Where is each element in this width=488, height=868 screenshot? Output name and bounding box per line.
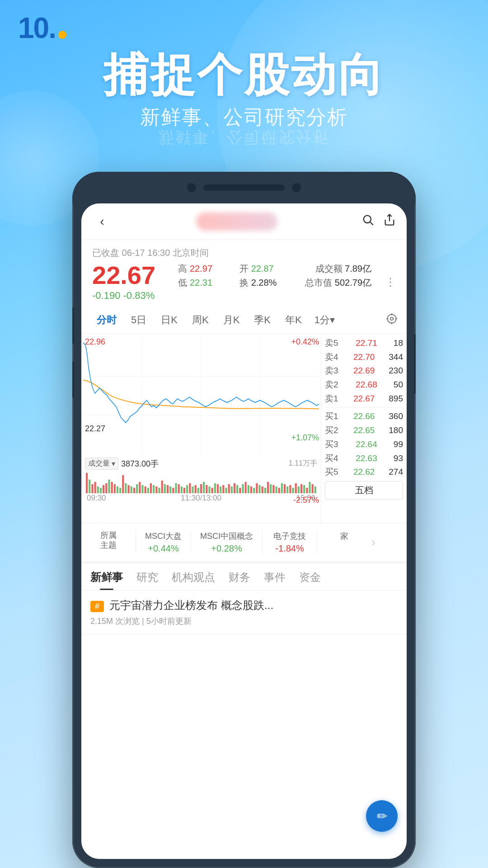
theme-label-msci大盘: MSCI大盘	[145, 531, 182, 542]
svg-rect-28	[125, 483, 127, 493]
side-button-left-1	[72, 307, 74, 344]
theme-more-arrow: ›	[371, 535, 375, 549]
news-tab-研究[interactable]: 研究	[136, 570, 158, 590]
theme-item-电子竞技[interactable]: 电子竞技 -1.84%	[272, 531, 308, 554]
svg-rect-89	[295, 483, 297, 493]
stock-change: -0.190 -0.83%	[92, 290, 164, 302]
svg-rect-41	[161, 481, 163, 493]
svg-rect-44	[169, 486, 171, 493]
svg-rect-83	[278, 488, 280, 493]
header-title-area	[112, 212, 361, 231]
theme-label-家: 家	[340, 531, 348, 542]
open-label: 开	[239, 263, 249, 275]
volume-unit: 1.11万手	[289, 459, 317, 468]
theme-item-msci大盘[interactable]: MSCI大盘 +0.44%	[145, 531, 182, 554]
svg-rect-37	[150, 483, 152, 493]
tab-月K[interactable]: 月K	[217, 311, 246, 330]
svg-rect-15	[89, 480, 90, 493]
svg-rect-65	[228, 484, 230, 493]
sell2-label: 卖2	[325, 379, 339, 391]
volume-bars-svg	[85, 471, 317, 493]
turnover-label: 换	[239, 277, 249, 289]
brand-period: .	[48, 14, 56, 42]
fab-button[interactable]: ✏	[366, 800, 398, 832]
stock-price-area: 22.67 -0.190 -0.83%	[92, 263, 164, 302]
search-icon[interactable]	[361, 213, 374, 229]
share-icon[interactable]	[383, 213, 396, 229]
order-buy-5: 买5 22.62 274	[325, 465, 403, 479]
five-档-button[interactable]: 五档	[325, 481, 403, 500]
svg-rect-80	[270, 484, 272, 493]
tab-分时[interactable]: 分时	[90, 311, 123, 330]
volume-area: 成交量 ▾ 3873.00手 1.11万手	[83, 457, 319, 493]
volume-label: 成交额	[315, 264, 343, 274]
svg-rect-21	[105, 483, 107, 493]
buy5-price: 22.62	[353, 467, 375, 478]
svg-rect-18	[97, 486, 99, 493]
svg-rect-38	[153, 485, 155, 493]
svg-rect-85	[284, 484, 286, 493]
svg-point-0	[364, 216, 371, 223]
theme-divider-3	[262, 531, 263, 554]
news-tab-资金[interactable]: 资金	[299, 570, 321, 590]
news-tab-事件[interactable]: 事件	[264, 570, 286, 590]
tab-周K[interactable]: 周K	[186, 311, 215, 330]
back-button[interactable]: ‹	[92, 214, 112, 229]
svg-rect-32	[136, 484, 138, 493]
side-button-right	[414, 335, 416, 393]
theme-item-主题: 所属 主题	[90, 531, 127, 554]
news-tab-财务[interactable]: 财务	[229, 570, 250, 590]
theme-label-主题: 所属 主题	[100, 531, 117, 550]
theme-item-msci中国概念[interactable]: MSCI中国概念 +0.28%	[200, 531, 253, 554]
market-cap-row: 总市值 502.79亿	[305, 277, 371, 289]
tab-季K[interactable]: 季K	[248, 311, 277, 330]
tab-日K[interactable]: 日K	[155, 311, 184, 330]
time-label-start: 09:30	[87, 494, 106, 503]
time-label-mid: 11:30/13:00	[181, 494, 221, 503]
news-tab-新鲜事[interactable]: 新鲜事	[90, 570, 123, 590]
buy3-price: 22.64	[356, 439, 377, 450]
theme-item-家[interactable]: 家	[326, 531, 362, 554]
svg-rect-86	[286, 486, 288, 493]
buy2-price: 22.65	[353, 425, 375, 436]
volume-label-text: 成交量	[88, 459, 110, 468]
phone-frame: ‹ 已收盘 06-17 16:30 北京时间	[72, 172, 416, 868]
svg-rect-51	[189, 483, 191, 493]
volume-value: 7.89亿	[345, 264, 371, 274]
theme-divider-4	[317, 531, 317, 554]
buy5-qty: 274	[389, 467, 403, 478]
turnover-value: 2.28%	[251, 278, 277, 288]
volume-dropdown[interactable]: 成交量 ▾	[85, 458, 118, 470]
side-button-left-2	[72, 362, 74, 398]
detail-high: 高 22.97	[178, 263, 230, 275]
news-tabs: 新鲜事 研究 机构观点 财务 事件 资金	[81, 564, 407, 590]
more-options-icon[interactable]: ⋮	[385, 276, 396, 288]
news-tag: #	[90, 601, 104, 612]
order-sell-3: 卖3 22.69 230	[325, 364, 403, 378]
svg-rect-24	[114, 484, 116, 493]
svg-rect-90	[298, 486, 300, 493]
svg-rect-69	[239, 488, 241, 493]
svg-rect-58	[208, 486, 210, 493]
stock-price: 22.67	[92, 263, 164, 288]
sell3-qty: 230	[389, 365, 403, 377]
news-item[interactable]: # 元宇宙潜力企业榜发布 概念股跌... 2.15M 次浏览 | 5小时前更新	[81, 590, 407, 634]
header-icons	[361, 213, 396, 229]
svg-rect-45	[172, 488, 174, 493]
svg-point-3	[387, 314, 396, 323]
svg-line-1	[370, 222, 373, 225]
order-buy-1: 买1 22.66 360	[325, 410, 403, 424]
svg-rect-29	[128, 485, 130, 493]
svg-rect-17	[94, 482, 96, 493]
tab-1分-dropdown[interactable]: 1分▾	[310, 311, 339, 330]
order-sell-2: 卖2 22.68 50	[325, 378, 403, 392]
order-sell-1: 卖1 22.67 895	[325, 392, 403, 406]
news-tab-机构观点[interactable]: 机构观点	[172, 570, 215, 590]
chart-target-icon[interactable]	[386, 313, 398, 327]
svg-rect-71	[245, 482, 247, 493]
svg-rect-68	[236, 485, 238, 493]
tab-5日[interactable]: 5日	[125, 311, 153, 330]
svg-rect-84	[281, 483, 283, 493]
tab-年K[interactable]: 年K	[279, 311, 308, 330]
svg-rect-57	[206, 485, 207, 493]
